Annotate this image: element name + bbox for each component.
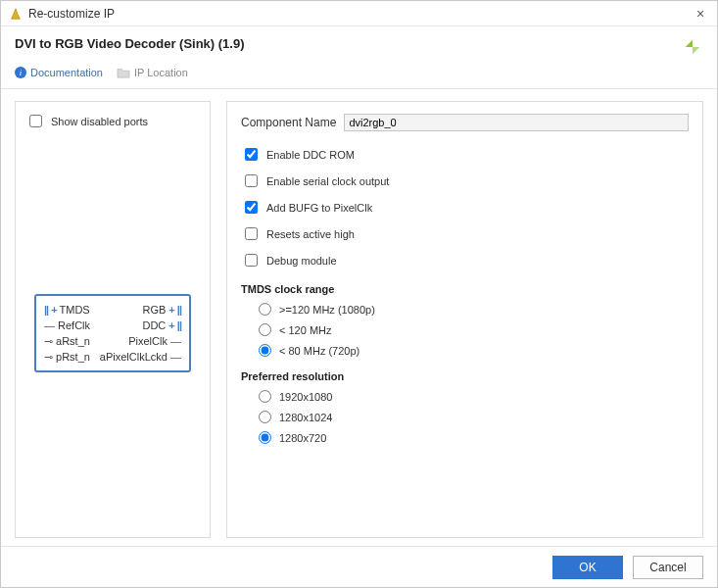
port-row: ⊸ aRst_n PixelClk —: [44, 333, 181, 349]
app-icon: [9, 7, 23, 21]
ip-symbol: || + TMDS RGB + || — RefClk DDC + || ⊸ a…: [34, 294, 191, 372]
show-disabled-ports-label: Show disabled ports: [51, 116, 148, 127]
add-bufg-checkbox[interactable]: Add BUFG to PixelClk: [241, 198, 689, 217]
show-disabled-ports-checkbox[interactable]: Show disabled ports: [25, 112, 200, 130]
res-1280x720-radio[interactable]: 1280x720: [259, 431, 689, 444]
debug-module-label: Debug module: [266, 255, 337, 267]
resets-active-high-label: Resets active high: [266, 228, 355, 240]
bus-icon: ||: [177, 319, 181, 331]
preferred-resolution-group: 1920x1080 1280x1024 1280x720: [241, 390, 689, 444]
ip-symbol-box: || + TMDS RGB + || — RefClk DDC + || ⊸ a…: [34, 294, 191, 372]
enable-ddc-rom-checkbox[interactable]: Enable DDC ROM: [241, 145, 689, 164]
links-row: i Documentation IP Location: [1, 67, 717, 89]
ok-button[interactable]: OK: [552, 556, 623, 579]
port-rgb: RGB: [142, 304, 166, 316]
res-1280x720-label: 1280x720: [279, 432, 326, 444]
close-icon[interactable]: ×: [692, 6, 709, 22]
wire-icon: —: [44, 319, 55, 331]
tmds-lt120-input[interactable]: [259, 323, 271, 336]
tmds-lt80-radio[interactable]: < 80 MHz (720p): [259, 344, 689, 357]
port-ddc: DDC: [142, 319, 166, 331]
tmds-lt80-input[interactable]: [259, 344, 271, 357]
enable-ddc-rom-input[interactable]: [245, 148, 258, 161]
vendor-logo-icon: [682, 36, 703, 61]
port-apixelclklckd: aPixelClkLckd: [100, 351, 168, 363]
tmds-120plus-label: >=120 MHz (1080p): [279, 304, 375, 316]
show-disabled-ports-input[interactable]: [29, 115, 42, 127]
port-arst: aRst_n: [56, 335, 90, 347]
res-1920x1080-input[interactable]: [259, 390, 271, 403]
enable-ddc-rom-label: Enable DDC ROM: [266, 149, 355, 161]
enable-serial-clock-checkbox[interactable]: Enable serial clock output: [241, 172, 689, 190]
resets-active-high-checkbox[interactable]: Resets active high: [241, 224, 689, 243]
wire-icon: —: [170, 351, 181, 363]
inv-wire-icon: ⊸: [44, 335, 53, 347]
component-name-label: Component Name: [241, 116, 336, 129]
res-1920x1080-label: 1920x1080: [279, 391, 332, 403]
component-name-input[interactable]: [344, 114, 689, 131]
dialog-window: Re-customize IP × DVI to RGB Video Decod…: [0, 0, 718, 588]
port-row: || + TMDS RGB + ||: [44, 302, 181, 318]
enable-serial-clock-input[interactable]: [245, 174, 258, 187]
enable-serial-clock-label: Enable serial clock output: [266, 175, 389, 187]
port-prst: pRst_n: [56, 351, 90, 363]
tmds-range-header: TMDS clock range: [241, 283, 689, 295]
cancel-button[interactable]: Cancel: [633, 556, 703, 579]
port-refclk: RefClk: [58, 319, 90, 331]
tmds-120plus-input[interactable]: [259, 303, 271, 316]
component-name-row: Component Name: [241, 114, 689, 131]
window-title: Re-customize IP: [28, 7, 692, 21]
add-bufg-input[interactable]: [245, 201, 258, 214]
resets-active-high-input[interactable]: [245, 227, 258, 240]
inv-wire-icon: ⊸: [44, 351, 53, 363]
res-1280x1024-radio[interactable]: 1280x1024: [259, 411, 689, 423]
footer: OK Cancel: [1, 546, 717, 587]
res-1280x1024-label: 1280x1024: [279, 412, 332, 423]
add-bufg-label: Add BUFG to PixelClk: [266, 202, 372, 214]
debug-module-checkbox[interactable]: Debug module: [241, 251, 689, 270]
tmds-lt120-radio[interactable]: < 120 MHz: [259, 323, 689, 336]
bus-icon: ||: [177, 304, 181, 316]
header: DVI to RGB Video Decoder (Sink) (1.9): [1, 26, 717, 67]
preferred-resolution-header: Preferred resolution: [241, 370, 689, 382]
symbol-area: || + TMDS RGB + || — RefClk DDC + || ⊸ a…: [25, 138, 200, 527]
info-icon: i: [15, 67, 26, 78]
ip-title: DVI to RGB Video Decoder (Sink) (1.9): [15, 36, 245, 51]
debug-module-input[interactable]: [245, 254, 258, 267]
symbol-panel: Show disabled ports || + TMDS RGB + || —…: [15, 101, 211, 538]
ip-location-link[interactable]: IP Location: [117, 67, 188, 78]
port-row: ⊸ pRst_n aPixelClkLckd —: [44, 349, 181, 365]
res-1280x1024-input[interactable]: [259, 411, 271, 423]
port-row: — RefClk DDC + ||: [44, 318, 181, 333]
res-1280x720-input[interactable]: [259, 431, 271, 444]
documentation-link[interactable]: i Documentation: [15, 67, 103, 78]
port-pixelclk: PixelClk: [128, 335, 168, 347]
wire-icon: —: [170, 335, 181, 347]
tmds-120plus-radio[interactable]: >=120 MHz (1080p): [259, 303, 689, 316]
tmds-lt120-label: < 120 MHz: [279, 324, 332, 336]
config-panel: Component Name Enable DDC ROM Enable ser…: [226, 101, 703, 538]
tmds-range-group: >=120 MHz (1080p) < 120 MHz < 80 MHz (72…: [241, 303, 689, 357]
res-1920x1080-radio[interactable]: 1920x1080: [259, 390, 689, 403]
ip-location-label: IP Location: [134, 67, 188, 78]
port-tmds: TMDS: [60, 304, 90, 316]
folder-icon: [117, 67, 130, 78]
main-area: Show disabled ports || + TMDS RGB + || —…: [1, 89, 717, 546]
bus-icon: ||: [44, 304, 48, 316]
tmds-lt80-label: < 80 MHz (720p): [279, 345, 359, 357]
titlebar: Re-customize IP ×: [1, 1, 717, 26]
documentation-label: Documentation: [30, 67, 103, 78]
